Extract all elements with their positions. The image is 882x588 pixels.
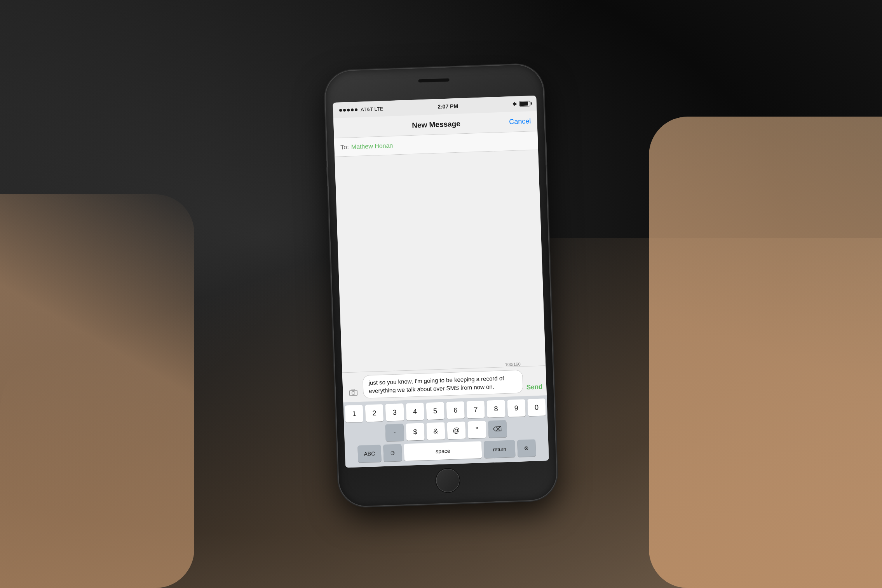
signal-dot-1 [339, 108, 342, 111]
volume-up-button[interactable] [326, 141, 328, 161]
signal-dots [339, 108, 357, 112]
battery-fill [520, 101, 528, 106]
phone-screen: AT&T LTE 2:07 PM ✱ New Message Cancel [333, 95, 549, 468]
keyboard: 1 2 3 4 5 6 7 8 9 0 - $ [343, 395, 549, 468]
cancel-button[interactable]: Cancel [509, 117, 531, 126]
key-6[interactable]: 6 [446, 401, 465, 419]
key-dollar[interactable]: $ [406, 423, 425, 441]
phone-shell: AT&T LTE 2:07 PM ✱ New Message Cancel [325, 64, 558, 507]
key-4[interactable]: 4 [406, 403, 424, 420]
key-2[interactable]: 2 [365, 404, 384, 422]
signal-dot-3 [347, 108, 350, 111]
key-0[interactable]: 0 [527, 398, 546, 416]
key-8[interactable]: 8 [487, 400, 505, 418]
send-button[interactable]: Send [526, 383, 542, 393]
speaker [418, 78, 449, 82]
nav-left-spacer [340, 127, 363, 127]
phone-wrapper: AT&T LTE 2:07 PM ✱ New Message Cancel [325, 64, 558, 507]
key-1[interactable]: 1 [345, 405, 364, 422]
key-space[interactable]: space [404, 441, 482, 461]
message-input[interactable]: 100/160 just so you know, I'm going to b… [363, 370, 523, 398]
volume-down-button[interactable] [326, 167, 329, 186]
contact-name[interactable]: Mathew Honan [351, 142, 393, 150]
char-count: 100/160 [505, 361, 521, 366]
signal-dot-4 [351, 108, 354, 111]
hand-left [0, 194, 194, 588]
nav-title: New Message [363, 117, 509, 131]
status-right: ✱ [512, 100, 531, 107]
keyboard-row-symbols: - $ & @ " ⌫ [345, 419, 546, 443]
keyboard-row-numbers: 1 2 3 4 5 6 7 8 9 0 [345, 398, 546, 422]
key-return[interactable]: return [484, 440, 515, 458]
key-9[interactable]: 9 [507, 399, 526, 417]
message-text[interactable]: just so you know, I'm going to be keepin… [368, 373, 518, 394]
hand-right [649, 117, 882, 588]
carrier-label: AT&T LTE [361, 106, 383, 112]
bluetooth-icon: ✱ [512, 101, 518, 107]
key-abc[interactable]: ABC [357, 445, 381, 462]
compose-area [335, 150, 546, 372]
svg-rect-2 [352, 389, 355, 390]
key-5[interactable]: 5 [426, 402, 444, 420]
key-emoji[interactable]: ☺ [383, 444, 402, 462]
key-delete[interactable]: ⌫ [488, 420, 507, 438]
key-ampersand[interactable]: & [426, 422, 445, 440]
input-row: 100/160 just so you know, I'm going to b… [346, 369, 543, 399]
keyboard-row-bottom: ABC ☺ space return ⊗ [346, 439, 547, 463]
key-quote[interactable]: " [467, 420, 486, 438]
camera-button[interactable] [347, 386, 360, 399]
screen-content: AT&T LTE 2:07 PM ✱ New Message Cancel [333, 95, 549, 468]
key-3[interactable]: 3 [385, 403, 404, 421]
signal-dot-5 [355, 108, 357, 111]
battery-icon [519, 101, 530, 106]
key-circle-x[interactable]: ⊗ [517, 439, 536, 457]
signal-dot-2 [343, 108, 346, 111]
to-label: To: [340, 143, 349, 151]
home-button[interactable] [436, 468, 460, 492]
key-7[interactable]: 7 [467, 400, 485, 418]
status-left: AT&T LTE [339, 106, 383, 113]
key-at[interactable]: @ [447, 421, 466, 439]
key-dash[interactable]: - [385, 424, 404, 441]
svg-point-1 [352, 391, 355, 394]
status-time: 2:07 PM [438, 103, 458, 110]
